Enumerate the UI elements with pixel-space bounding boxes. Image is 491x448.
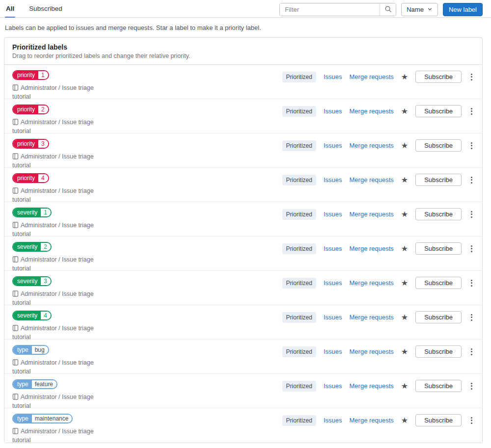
subscribe-button[interactable]: Subscribe <box>415 105 462 117</box>
label-row-left: severity 1 Administrator / Issue triage … <box>12 208 110 238</box>
project-path: Administrator / Issue triage tutorial <box>12 325 94 341</box>
merge-requests-link[interactable]: Merge requests <box>350 382 394 390</box>
star-icon[interactable]: ★ <box>401 245 408 253</box>
prioritized-badge: Prioritized <box>282 72 316 82</box>
label-value: 1 <box>41 209 51 216</box>
merge-requests-link[interactable]: Merge requests <box>350 176 394 184</box>
issues-link[interactable]: Issues <box>324 107 342 115</box>
label-row-left: priority 3 Administrator / Issue triage … <box>12 139 110 170</box>
label-scope: severity <box>13 312 41 319</box>
merge-requests-link[interactable]: Merge requests <box>350 73 394 80</box>
merge-requests-link[interactable]: Merge requests <box>350 107 394 115</box>
kebab-menu-icon[interactable] <box>469 415 474 426</box>
search-button[interactable] <box>380 3 396 16</box>
issues-link[interactable]: Issues <box>324 211 342 218</box>
subscribe-button[interactable]: Subscribe <box>415 414 462 426</box>
card-title: Prioritized labels <box>12 43 474 51</box>
filter-input[interactable] <box>280 3 380 16</box>
label-row-actions: Prioritized Issues Merge requests ★ Subs… <box>282 414 474 426</box>
merge-requests-link[interactable]: Merge requests <box>350 417 394 424</box>
star-icon[interactable]: ★ <box>401 142 408 150</box>
label-project: Administrator / Issue triage tutorial <box>12 324 110 342</box>
subscribe-button[interactable]: Subscribe <box>415 380 462 392</box>
issues-link[interactable]: Issues <box>324 279 342 287</box>
issues-link[interactable]: Issues <box>324 382 342 390</box>
star-icon[interactable]: ★ <box>401 107 408 115</box>
merge-requests-link[interactable]: Merge requests <box>350 348 394 355</box>
prioritized-badge: Prioritized <box>282 243 316 254</box>
label-project: Administrator / Issue triage tutorial <box>12 118 110 135</box>
scoped-label-pill[interactable]: priority 3 <box>12 139 49 149</box>
project-icon <box>12 290 21 297</box>
merge-requests-link[interactable]: Merge requests <box>350 211 394 218</box>
scoped-label-pill[interactable]: severity 4 <box>12 311 52 320</box>
kebab-menu-icon[interactable] <box>469 174 474 186</box>
subscribe-button[interactable]: Subscribe <box>415 345 462 358</box>
tab-subscribed[interactable]: Subscribed <box>28 0 63 17</box>
star-icon[interactable]: ★ <box>401 211 408 218</box>
scoped-label-pill[interactable]: severity 2 <box>12 242 52 252</box>
tab-all[interactable]: All <box>5 0 15 17</box>
star-icon[interactable]: ★ <box>401 348 408 356</box>
merge-requests-link[interactable]: Merge requests <box>350 245 394 252</box>
merge-requests-link[interactable]: Merge requests <box>350 279 394 287</box>
new-label-button[interactable]: New label <box>443 3 483 16</box>
label-value: bug <box>32 346 48 354</box>
subscribe-button[interactable]: Subscribe <box>415 208 462 220</box>
kebab-menu-icon[interactable] <box>469 243 474 255</box>
issues-link[interactable]: Issues <box>324 245 342 252</box>
label-scope: priority <box>13 174 38 182</box>
issues-link[interactable]: Issues <box>324 417 342 424</box>
kebab-menu-icon[interactable] <box>469 380 474 392</box>
kebab-menu-icon[interactable] <box>469 312 474 323</box>
prioritized-badge: Prioritized <box>282 312 316 323</box>
label-project: Administrator / Issue triage tutorial <box>12 427 110 445</box>
star-icon[interactable]: ★ <box>401 279 408 287</box>
scoped-label-pill[interactable]: priority 4 <box>12 173 49 183</box>
scoped-label-pill[interactable]: type maintenance <box>12 414 73 423</box>
sort-dropdown[interactable]: Name <box>401 3 438 16</box>
project-icon <box>12 428 21 435</box>
label-scope: severity <box>13 243 41 251</box>
label-row-actions: Prioritized Issues Merge requests ★ Subs… <box>282 311 474 323</box>
subscribe-button[interactable]: Subscribe <box>415 277 462 289</box>
issues-link[interactable]: Issues <box>324 142 342 149</box>
merge-requests-link[interactable]: Merge requests <box>350 314 394 321</box>
issues-link[interactable]: Issues <box>324 314 342 321</box>
star-icon[interactable]: ★ <box>401 73 408 81</box>
subscribe-button[interactable]: Subscribe <box>415 139 462 152</box>
kebab-menu-icon[interactable] <box>469 105 474 117</box>
scoped-label-pill[interactable]: severity 3 <box>12 276 52 286</box>
subscribe-button[interactable]: Subscribe <box>415 311 462 323</box>
label-project: Administrator / Issue triage tutorial <box>12 186 110 204</box>
label-project: Administrator / Issue triage tutorial <box>12 255 110 273</box>
scoped-label-pill[interactable]: priority 2 <box>12 105 49 114</box>
kebab-menu-icon[interactable] <box>469 140 474 152</box>
project-path: Administrator / Issue triage tutorial <box>12 359 94 375</box>
subscribe-button[interactable]: Subscribe <box>415 71 462 83</box>
star-icon[interactable]: ★ <box>401 314 408 321</box>
subscribe-button[interactable]: Subscribe <box>415 242 462 255</box>
star-icon[interactable]: ★ <box>401 382 408 390</box>
subscribe-button[interactable]: Subscribe <box>415 174 462 186</box>
label-row-actions: Prioritized Issues Merge requests ★ Subs… <box>282 139 474 152</box>
kebab-menu-icon[interactable] <box>469 277 474 289</box>
label-row-actions: Prioritized Issues Merge requests ★ Subs… <box>282 208 474 220</box>
kebab-menu-icon[interactable] <box>469 209 474 220</box>
kebab-menu-icon[interactable] <box>469 346 474 358</box>
issues-link[interactable]: Issues <box>324 73 342 80</box>
label-row-left: severity 3 Administrator / Issue triage … <box>12 276 110 307</box>
kebab-menu-icon[interactable] <box>469 71 474 83</box>
label-project: Administrator / Issue triage tutorial <box>12 393 110 410</box>
star-icon[interactable]: ★ <box>401 417 408 424</box>
scoped-label-pill[interactable]: priority 1 <box>12 70 49 80</box>
star-icon[interactable]: ★ <box>401 176 408 184</box>
scoped-label-pill[interactable]: type feature <box>12 379 57 389</box>
issues-link[interactable]: Issues <box>324 176 342 184</box>
issues-link[interactable]: Issues <box>324 348 342 355</box>
label-row-left: priority 1 Administrator / Issue triage … <box>12 70 110 101</box>
scoped-label-pill[interactable]: severity 1 <box>12 208 52 217</box>
merge-requests-link[interactable]: Merge requests <box>350 142 394 149</box>
scoped-label-pill[interactable]: type bug <box>12 345 49 355</box>
label-row-actions: Prioritized Issues Merge requests ★ Subs… <box>282 242 474 255</box>
